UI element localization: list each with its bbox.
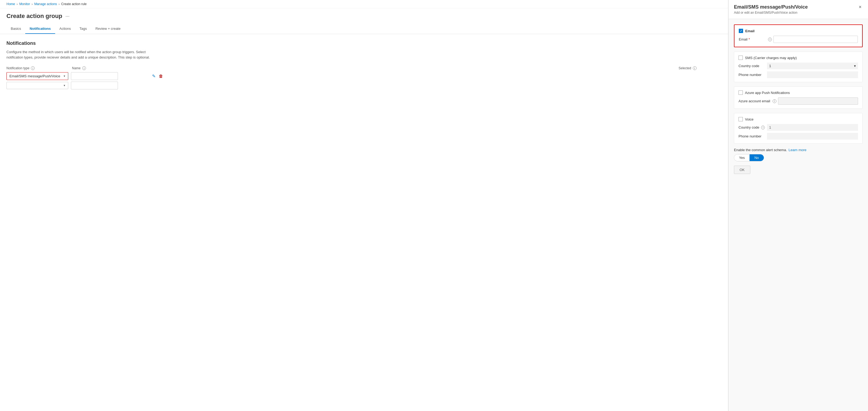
left-panel: Home › Monitor › Manage actions › Create…: [0, 0, 728, 411]
voice-country-input[interactable]: [767, 124, 858, 131]
tab-tags[interactable]: Tags: [75, 24, 91, 34]
selected-info-icon[interactable]: i: [693, 66, 696, 70]
section-description: Configure the method in which users will…: [6, 49, 162, 60]
tab-review-create[interactable]: Review + create: [91, 24, 125, 34]
sms-country-row: Country code 1 ▾: [739, 63, 858, 69]
page-menu-icon[interactable]: ···: [66, 13, 69, 19]
voice-checkbox-row: Voice: [739, 117, 858, 121]
email-input[interactable]: [773, 36, 858, 43]
azure-push-section: Azure app Push Notifications Azure accou…: [734, 87, 863, 109]
section-title: Notifications: [6, 40, 721, 46]
sms-checkbox-row: SMS (Carrier charges may apply): [739, 56, 858, 60]
tab-basics[interactable]: Basics: [6, 24, 25, 34]
voice-phone-label: Phone number: [739, 134, 765, 138]
email-section: ✓ Email Email * i: [734, 25, 863, 47]
notif-type-dropdown-1[interactable]: Email/SMS message/Push/Voice ▾: [6, 72, 68, 80]
col-header-selected: Selected: [679, 66, 691, 70]
breadcrumb-manage-actions[interactable]: Manage actions: [34, 2, 57, 6]
panel-subtitle: Add or edit an Email/SMS/Push/Voice acti…: [734, 11, 808, 14]
azure-account-label: Azure account email: [739, 99, 770, 103]
sms-country-chevron: ▾: [854, 64, 856, 68]
panel-header: Email/SMS message/Push/Voice Add or edit…: [728, 0, 868, 19]
voice-country-label: Country code i: [739, 125, 765, 129]
alert-schema-toggle-group: Yes No: [734, 154, 764, 161]
panel-body: ✓ Email Email * i SMS (Carrier charges m…: [728, 19, 868, 179]
sms-phone-input[interactable]: [767, 71, 858, 78]
breadcrumb-sep-1: ›: [17, 2, 18, 6]
azure-account-input[interactable]: [778, 97, 858, 105]
chevron-down-icon-1: ▾: [64, 74, 65, 78]
azure-account-info-icon[interactable]: i: [773, 99, 776, 103]
email-checkbox[interactable]: ✓: [739, 29, 743, 33]
sms-country-label: Country code: [739, 64, 765, 68]
email-field-row: Email * i: [739, 36, 858, 43]
alert-schema-container: Enable the common alert schema. Learn mo…: [734, 148, 863, 161]
email-field-label: Email *: [739, 37, 766, 41]
tab-notifications[interactable]: Notifications: [25, 24, 55, 34]
breadcrumb-sep-3: ›: [59, 2, 60, 6]
table-header: Notification type i Name i Selected i: [6, 66, 721, 70]
voice-label: Voice: [745, 117, 753, 121]
table-row: Email/SMS message/Push/Voice ▾ ✎ 🗑: [6, 72, 721, 80]
alert-schema-row: Enable the common alert schema. Learn mo…: [734, 148, 863, 152]
learn-more-link[interactable]: Learn more: [788, 148, 806, 152]
voice-checkbox[interactable]: [739, 117, 743, 121]
close-button[interactable]: ×: [858, 4, 863, 10]
toggle-no-button[interactable]: No: [749, 155, 764, 161]
sms-label: SMS (Carrier charges may apply): [745, 56, 797, 60]
email-field-info-icon[interactable]: i: [768, 38, 772, 41]
ok-button[interactable]: OK: [734, 166, 750, 174]
voice-country-info-icon[interactable]: i: [761, 126, 765, 129]
panel-title: Email/SMS message/Push/Voice: [734, 4, 808, 10]
azure-account-row: Azure account email i: [739, 97, 858, 105]
chevron-down-icon-2: ▾: [64, 84, 65, 87]
sms-checkbox[interactable]: [739, 56, 743, 60]
main-content: Notifications Configure the method in wh…: [0, 34, 728, 97]
page-header: Create action group ···: [0, 8, 728, 20]
notif-type-dropdown-2[interactable]: ▾: [6, 82, 68, 89]
breadcrumb: Home › Monitor › Manage actions › Create…: [0, 0, 728, 8]
checkbox-check-icon: ✓: [740, 29, 742, 33]
col-header-name: Name: [72, 66, 81, 70]
notif-type-info-icon[interactable]: i: [31, 66, 35, 70]
sms-country-select[interactable]: 1 ▾: [767, 63, 858, 69]
sms-phone-label: Phone number: [739, 73, 765, 77]
page-title: Create action group: [6, 12, 62, 20]
breadcrumb-home[interactable]: Home: [6, 2, 15, 6]
breadcrumb-sep-2: ›: [32, 2, 33, 6]
voice-phone-row: Phone number: [739, 133, 858, 140]
col-header-notif-type: Notification type: [6, 66, 29, 70]
tab-actions[interactable]: Actions: [55, 24, 75, 34]
azure-push-checkbox[interactable]: [739, 91, 743, 95]
name-input-1[interactable]: [71, 72, 118, 80]
tabs: Basics Notifications Actions Tags Review…: [0, 24, 728, 34]
breadcrumb-monitor[interactable]: Monitor: [19, 2, 30, 6]
sms-section: SMS (Carrier charges may apply) Country …: [734, 52, 863, 82]
notif-type-value-1: Email/SMS message/Push/Voice: [9, 74, 60, 78]
voice-phone-input[interactable]: [767, 133, 858, 140]
selected-col-1: ✎ 🗑: [121, 73, 164, 79]
azure-push-label: Azure app Push Notifications: [745, 91, 790, 95]
right-panel: Email/SMS message/Push/Voice Add or edit…: [728, 0, 868, 411]
name-input-2[interactable]: [71, 81, 118, 90]
voice-section: Voice Country code i Phone number: [734, 113, 863, 144]
toggle-yes-button[interactable]: Yes: [734, 155, 749, 161]
breadcrumb-current: Create action rule: [61, 2, 87, 6]
table-row: ▾: [6, 81, 721, 90]
edit-icon-1[interactable]: ✎: [152, 73, 156, 79]
voice-country-row: Country code i: [739, 124, 858, 131]
email-checkbox-row: ✓ Email: [739, 29, 858, 33]
alert-schema-text: Enable the common alert schema.: [734, 148, 787, 152]
sms-country-value: 1: [769, 64, 771, 68]
required-star: *: [748, 37, 750, 41]
sms-phone-row: Phone number: [739, 71, 858, 78]
delete-icon-1[interactable]: 🗑: [158, 73, 164, 79]
email-label: Email: [745, 29, 755, 33]
name-info-icon[interactable]: i: [82, 66, 86, 70]
azure-push-checkbox-row: Azure app Push Notifications: [739, 91, 858, 95]
